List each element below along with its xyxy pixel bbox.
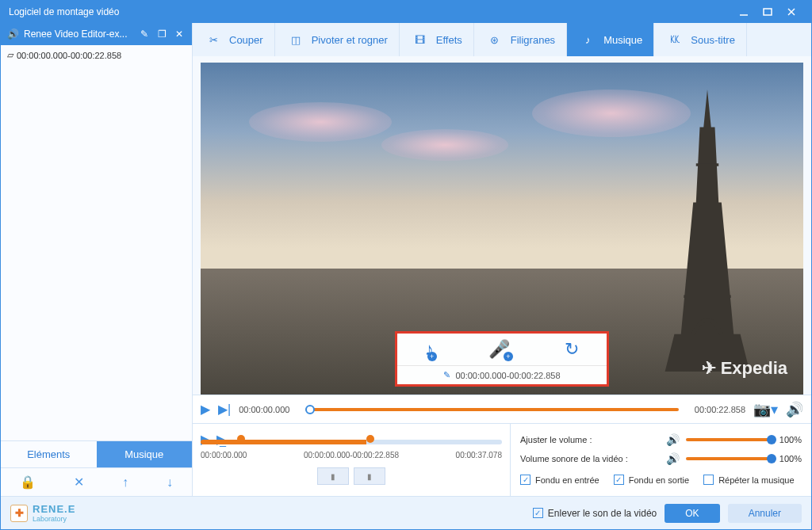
callout-range: 00:00:00.000-00:00:22.858 (455, 371, 560, 380)
delete-icon[interactable]: ✕ (74, 475, 84, 490)
ok-button[interactable]: OK (665, 504, 719, 523)
arrow-up-icon[interactable]: ↑ (122, 475, 128, 490)
brand-logo: ✚ RENE.E Laboratory (10, 503, 75, 523)
music-callout: ♪+ 🎤+ ↻ ✎ 00:00:00.000-00:00:22.858 (395, 331, 609, 387)
tb-effects[interactable]: 🎞Effets (400, 23, 474, 56)
transport-end: 00:00:22.858 (695, 405, 745, 414)
volume-icon[interactable]: 🔊 (666, 433, 680, 446)
remove-sound-checkbox[interactable]: ✓ (533, 508, 543, 518)
fade-out-label: Fondu en sortie (629, 475, 689, 485)
tb-rotate-label: Pivoter et rogner (312, 34, 388, 46)
tl-label-2: 00:00:37.078 (456, 451, 502, 459)
add-music-button[interactable]: ♪+ (425, 339, 434, 360)
video-preview: ✈ Expedia ♪+ 🎤+ ↻ ✎ 00:00:00.000-00:00:2… (201, 63, 803, 395)
tb-subtitle[interactable]: ㏍Sous-titre (654, 23, 747, 56)
reel-icon: ⊛ (485, 30, 504, 49)
logo-icon: ✚ (10, 505, 28, 522)
speaker-icon: 🔊 (7, 29, 19, 40)
refresh-button[interactable]: ↻ (565, 339, 579, 360)
file-row[interactable]: 🔊 Renee Video Editor-ex... ✎ ❐ ✕ (1, 23, 192, 45)
edit-icon[interactable]: ✎ (138, 28, 151, 40)
transport-start: 00:00:00.000 (239, 405, 289, 414)
transport-slider[interactable] (305, 408, 678, 411)
adjust-volume-value: 100% (779, 435, 802, 444)
file-name: Renee Video Editor-ex... (24, 29, 133, 40)
fade-in-checkbox[interactable]: ✓ (520, 475, 530, 485)
subtitle-icon: ㏍ (665, 30, 684, 49)
tl-label-0: 00:00:00.000 (201, 451, 247, 459)
watermark-text: Expedia (721, 358, 787, 379)
crop-icon: ◫ (286, 30, 305, 49)
globe-icon: ✈ (702, 358, 716, 379)
tb-effects-label: Effets (436, 34, 462, 46)
timeline-track[interactable] (201, 440, 502, 444)
remove-file-icon[interactable]: ✕ (173, 28, 186, 40)
scissors-icon: ✂ (204, 30, 223, 49)
video-volume-value: 100% (779, 454, 802, 463)
film-icon: 🎞 (411, 30, 430, 49)
tb-rotate[interactable]: ◫Pivoter et rogner (275, 23, 400, 56)
segment-1[interactable]: ▮ (317, 467, 349, 485)
window-title: Logiciel de montage vidéo (9, 6, 732, 17)
eiffel-tower-graphic (660, 90, 755, 372)
volume-panel: Ajuster le volume : 🔊 100% Volume sonore… (510, 424, 811, 496)
tb-music-label: Musique (603, 34, 642, 46)
cancel-button[interactable]: Annuler (728, 504, 802, 523)
adjust-volume-slider[interactable] (686, 438, 773, 441)
copy-icon[interactable]: ❐ (155, 28, 168, 40)
tb-subtitle-label: Sous-titre (691, 34, 735, 46)
tab-music[interactable]: Musique (97, 441, 193, 467)
video-volume-slider[interactable] (686, 457, 773, 460)
tl-label-1: 00:00:00.000-00:00:22.858 (304, 451, 399, 459)
tab-elements[interactable]: Eléments (1, 441, 97, 467)
tb-cut-label: Couper (229, 34, 263, 46)
music-note-icon: ♪ (578, 30, 597, 49)
brand-sub: Laboratory (33, 515, 75, 523)
remove-sound-label: Enlever le son de la vidéo (548, 508, 657, 519)
snapshot-button[interactable]: 📷▾ (753, 401, 778, 418)
svg-rect-1 (764, 9, 772, 15)
volume-button[interactable]: 🔊 (786, 401, 803, 418)
minimize-button[interactable] (732, 4, 756, 20)
fade-in-label: Fondu en entrée (535, 475, 599, 485)
volume-icon-2[interactable]: 🔊 (666, 452, 680, 465)
close-button[interactable] (779, 4, 803, 20)
step-button[interactable]: ▶| (218, 402, 231, 417)
clip-range-text: 00:00:00.000-00:00:22.858 (17, 51, 121, 60)
pencil-icon: ✎ (443, 370, 450, 380)
repeat-label: Répéter la musique (718, 475, 794, 485)
tb-watermark-label: Filigranes (511, 34, 555, 46)
arrow-down-icon[interactable]: ↓ (167, 475, 173, 490)
video-volume-label: Volume sonore de la vidéo : (520, 454, 660, 463)
sidebar: 🔊 Renee Video Editor-ex... ✎ ❐ ✕ ▱ 00:00… (1, 23, 193, 496)
adjust-volume-label: Ajuster le volume : (520, 435, 660, 444)
transport-bar: ▶ ▶| 00:00:00.000 00:00:22.858 📷▾ 🔊 (193, 395, 811, 423)
clip-icon: ▱ (7, 50, 13, 60)
fade-out-checkbox[interactable]: ✓ (614, 475, 624, 485)
brand-name: RENE.E (33, 503, 75, 515)
tb-music[interactable]: ♪Musique (567, 23, 654, 56)
main-toolbar: ✂Couper ◫Pivoter et rogner 🎞Effets ⊛Fili… (193, 23, 811, 56)
tb-cut[interactable]: ✂Couper (193, 23, 275, 56)
clip-range-row[interactable]: ▱ 00:00:00.000-00:00:22.858 (1, 45, 192, 65)
tb-watermark[interactable]: ⊛Filigranes (474, 23, 567, 56)
record-voice-button[interactable]: 🎤+ (488, 339, 510, 360)
repeat-checkbox[interactable] (703, 475, 714, 485)
play-button[interactable]: ▶ (201, 402, 210, 417)
lock-icon[interactable]: 🔒 (20, 475, 36, 490)
watermark: ✈ Expedia (702, 358, 787, 379)
maximize-button[interactable] (756, 4, 779, 20)
segment-2[interactable]: ▮ (354, 467, 385, 485)
timeline: ▶ ▶̲ 00:00:00.000 00:00:00.000-00:00:22.… (193, 424, 510, 496)
